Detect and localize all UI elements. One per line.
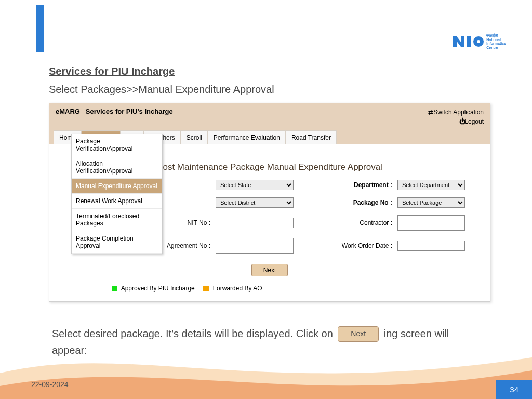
logo-line1: एनआईसी xyxy=(486,34,506,38)
contractor-input[interactable] xyxy=(397,215,465,231)
department-select[interactable]: Select Department xyxy=(397,180,465,190)
logo-line3: Informatics xyxy=(486,42,506,46)
app-brand: eMARG xyxy=(56,108,80,115)
svg-rect-3 xyxy=(467,36,471,47)
logout-link[interactable]: ⏻Logout xyxy=(428,117,484,126)
inline-next-button: Next xyxy=(338,326,379,342)
dd-pkg-verification[interactable]: Package Verification/Approval xyxy=(72,134,162,156)
nit-input[interactable] xyxy=(216,218,294,228)
dd-terminated[interactable]: Terminated/Foreclosed Packages xyxy=(72,209,162,231)
tab-scroll[interactable]: Scroll xyxy=(181,130,208,144)
page-number: 34 xyxy=(496,380,532,399)
switch-application-link[interactable]: ⇄Switch Application xyxy=(428,108,484,117)
footer-date: 22-09-2024 xyxy=(31,380,69,389)
packages-dropdown: Package Verification/Approval Allocation… xyxy=(71,134,163,254)
page-subheading: Select Packages>>Manual Expenditure Appr… xyxy=(49,84,506,96)
app-title: Services for PIU's Incharge xyxy=(86,108,173,115)
dd-manual-expenditure[interactable]: Manual Expenditure Approval xyxy=(72,179,162,194)
legend-forwarded: Forwarded By AO xyxy=(213,285,262,292)
tab-roadtransfer[interactable]: Road Transfer xyxy=(286,130,337,144)
state-select[interactable]: Select State xyxy=(216,180,294,190)
dd-renewal-work[interactable]: Renewal Work Approval xyxy=(72,194,162,209)
legend-orange-swatch xyxy=(203,286,209,291)
svg-rect-2 xyxy=(461,36,464,47)
page-heading: Services for PIU Incharge xyxy=(49,65,506,77)
workorder-input[interactable] xyxy=(397,241,465,251)
dd-completion[interactable]: Package Completion Approval xyxy=(72,231,162,254)
agreement-input[interactable] xyxy=(216,238,294,254)
next-button[interactable]: Next xyxy=(251,264,288,276)
package-label: Package No : xyxy=(335,199,392,206)
app-screenshot: eMARG Services for PIU's Incharge ⇄Switc… xyxy=(49,103,490,302)
legend-approved: Approved By PIU Incharge xyxy=(121,285,195,292)
package-select[interactable]: Select Package xyxy=(397,197,465,208)
department-label: Department : xyxy=(335,181,392,189)
logo-line2: National xyxy=(486,38,506,42)
accent-bar xyxy=(36,5,44,52)
district-select[interactable]: Select District xyxy=(216,197,294,208)
instruction-text: Select desired package. It's details wil… xyxy=(52,326,480,357)
workorder-label: Work Order Date : xyxy=(335,242,392,249)
nic-logo: एनआईसी National Informatics Centre xyxy=(453,34,506,50)
legend: Approved By PIU Incharge Forwarded By AO xyxy=(49,282,490,301)
legend-green-swatch xyxy=(112,286,117,291)
tab-performance[interactable]: Performance Evaluation xyxy=(208,130,286,144)
contractor-label: Contractor : xyxy=(335,219,392,227)
dd-allocation-verification[interactable]: Allocation Verification/Approval xyxy=(72,156,162,179)
logo-line4: Centre xyxy=(486,46,506,50)
